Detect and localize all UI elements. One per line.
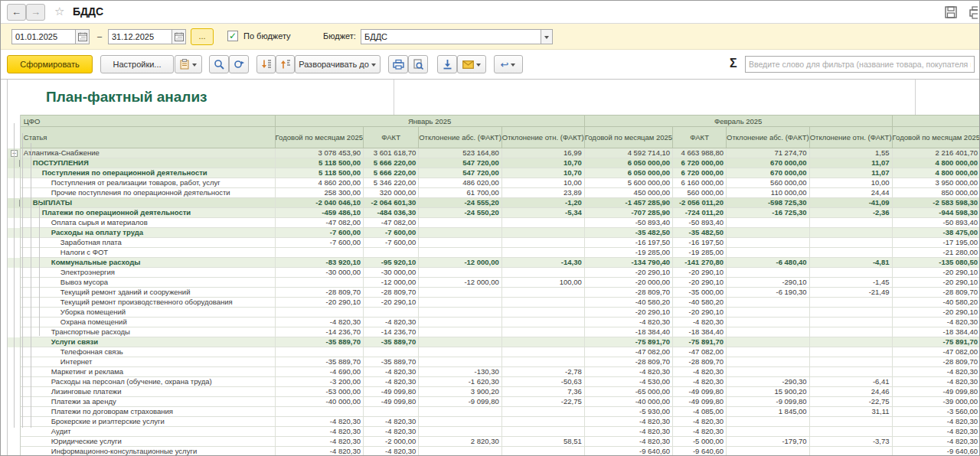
- value-cell[interactable]: [727, 337, 810, 347]
- value-cell[interactable]: [809, 427, 892, 437]
- value-cell[interactable]: -39 000,00: [892, 397, 980, 407]
- value-cell[interactable]: -2 583 598,30: [892, 198, 980, 208]
- article-cell[interactable]: Телефонная связь: [20, 347, 275, 357]
- value-cell[interactable]: [419, 417, 502, 427]
- value-cell[interactable]: -4 690,00: [275, 367, 363, 377]
- value-cell[interactable]: -21 280,00: [892, 248, 980, 258]
- article-cell[interactable]: Оплата сырья и материалов: [20, 218, 275, 228]
- value-cell[interactable]: [809, 298, 892, 308]
- expand-all-button[interactable]: [276, 55, 295, 73]
- value-cell[interactable]: -24 555,20: [419, 198, 502, 208]
- value-cell[interactable]: -2,78: [501, 367, 584, 377]
- value-cell[interactable]: -49 099,80: [673, 397, 727, 407]
- article-cell[interactable]: Коммунальные расходы: [20, 258, 275, 268]
- value-cell[interactable]: 5 666 220,00: [364, 168, 419, 178]
- value-cell[interactable]: 3 078 453,90: [275, 148, 363, 158]
- table-row[interactable]: Лизинговые платежи-53 000,00-49 099,803 …: [8, 387, 980, 397]
- value-cell[interactable]: -28 809,70: [892, 288, 980, 298]
- value-cell[interactable]: -20 290,10: [364, 298, 419, 308]
- table-row[interactable]: −Платежи по операционной деятельности-45…: [8, 208, 980, 218]
- value-cell[interactable]: [419, 298, 502, 308]
- search-next-button[interactable]: [229, 55, 249, 73]
- value-cell[interactable]: [501, 308, 584, 318]
- sum-sigma-icon[interactable]: Σ: [730, 57, 737, 70]
- value-cell[interactable]: -9 099,80: [727, 397, 810, 407]
- value-cell[interactable]: [419, 407, 502, 417]
- value-cell[interactable]: -2,36: [809, 208, 892, 218]
- value-cell[interactable]: [364, 407, 419, 417]
- article-cell[interactable]: Текущий ремонт зданий и сооружений: [20, 288, 275, 298]
- value-cell[interactable]: [419, 268, 502, 278]
- value-cell[interactable]: -5 000,00: [673, 437, 727, 447]
- value-cell[interactable]: -20 290,10: [584, 268, 672, 278]
- table-row[interactable]: Интернет-35 889,70-35 889,70-28 809,70-2…: [8, 357, 980, 367]
- value-cell[interactable]: [809, 238, 892, 248]
- value-cell[interactable]: 670 000,00: [727, 168, 810, 178]
- value-cell[interactable]: [501, 447, 584, 456]
- value-cell[interactable]: -22,75: [809, 397, 892, 407]
- value-cell[interactable]: -49 099,80: [673, 387, 727, 397]
- value-cell[interactable]: -20 290,10: [584, 308, 672, 318]
- value-cell[interactable]: -459 486,10: [275, 208, 363, 218]
- article-cell[interactable]: Платежи за аренду: [20, 397, 275, 407]
- value-cell[interactable]: -707 285,90: [584, 208, 672, 218]
- table-row[interactable]: Налоги с ФОТ-19 285,00-19 285,00-21 280,…: [8, 248, 980, 258]
- table-row[interactable]: Электроэнергия-30 000,00-30 000,00-20 29…: [8, 268, 980, 278]
- table-row[interactable]: Транспортные расходы-14 236,70-14 236,70…: [8, 327, 980, 337]
- value-cell[interactable]: 560 000,00: [673, 188, 727, 198]
- value-cell[interactable]: -4 820,30: [275, 318, 363, 327]
- tree-collapse-button[interactable]: −: [19, 200, 20, 207]
- value-cell[interactable]: 10,00: [809, 178, 892, 188]
- value-cell[interactable]: 110 000,00: [727, 188, 810, 198]
- value-cell[interactable]: -35 889,70: [364, 357, 419, 367]
- article-cell[interactable]: Поступления от реализации товаров, работ…: [20, 178, 275, 188]
- value-cell[interactable]: -75 891,70: [892, 337, 980, 347]
- favorite-star-icon[interactable]: ☆: [54, 5, 64, 18]
- value-cell[interactable]: [275, 308, 363, 318]
- value-cell[interactable]: -4 820,30: [673, 377, 727, 387]
- value-cell[interactable]: 6 720 000,00: [673, 168, 727, 178]
- value-cell[interactable]: -134 790,40: [584, 258, 672, 268]
- value-cell[interactable]: [501, 337, 584, 347]
- value-cell[interactable]: -16 197,50: [584, 238, 672, 248]
- value-cell[interactable]: [727, 298, 810, 308]
- value-cell[interactable]: -21,49: [809, 288, 892, 298]
- value-cell[interactable]: -41,09: [809, 198, 892, 208]
- value-cell[interactable]: -1 620,30: [419, 377, 502, 387]
- value-cell[interactable]: -1,20: [501, 198, 584, 208]
- expand-to-button[interactable]: Разворачивать до: [295, 55, 381, 73]
- article-cell[interactable]: Текущий ремонт производственного оборудо…: [20, 298, 275, 308]
- period-more-button[interactable]: ...: [191, 28, 214, 45]
- article-cell[interactable]: Платежи по договорам страхования: [20, 407, 275, 417]
- value-cell[interactable]: -20 290,10: [673, 278, 727, 288]
- value-cell[interactable]: [275, 347, 363, 357]
- value-cell[interactable]: [501, 407, 584, 417]
- article-cell[interactable]: Уборка помещений: [20, 308, 275, 318]
- table-row[interactable]: Платежи по договорам страхования-5 930,0…: [8, 407, 980, 417]
- value-cell[interactable]: 15 900,20: [727, 387, 810, 397]
- value-cell[interactable]: -40 000,00: [275, 397, 363, 407]
- value-cell[interactable]: -4 820,30: [364, 417, 419, 427]
- value-cell[interactable]: 23,89: [501, 188, 584, 198]
- value-cell[interactable]: [501, 288, 584, 298]
- value-cell[interactable]: 450 000,00: [584, 188, 672, 198]
- value-cell[interactable]: -50 893,40: [584, 218, 672, 228]
- value-cell[interactable]: -30 000,00: [275, 268, 363, 278]
- value-cell[interactable]: -4 820,30: [275, 447, 363, 456]
- settings-button[interactable]: Настройки...: [100, 55, 174, 73]
- article-cell[interactable]: Поступления по операционной деятельности: [20, 168, 275, 178]
- value-cell[interactable]: -4 820,30: [364, 427, 419, 437]
- value-cell[interactable]: 10,70: [501, 158, 584, 168]
- table-row[interactable]: Юридические услуги-4 820,30-2 000,002 82…: [8, 437, 980, 447]
- value-cell[interactable]: 58,51: [501, 437, 584, 447]
- value-cell[interactable]: [501, 228, 584, 238]
- article-cell[interactable]: Атлантика-Снабжение: [20, 148, 275, 158]
- value-cell[interactable]: -2 056 011,20: [673, 198, 727, 208]
- table-row[interactable]: Прочие поступления по операционной деяте…: [8, 188, 980, 198]
- value-cell[interactable]: -130,30: [419, 367, 502, 377]
- value-cell[interactable]: -20 290,10: [673, 268, 727, 278]
- value-cell[interactable]: -20 290,10: [892, 308, 980, 318]
- value-cell[interactable]: [419, 318, 502, 327]
- value-cell[interactable]: [727, 417, 810, 427]
- table-row[interactable]: −Расходы на оплату труда-7 600,00-7 600,…: [8, 228, 980, 238]
